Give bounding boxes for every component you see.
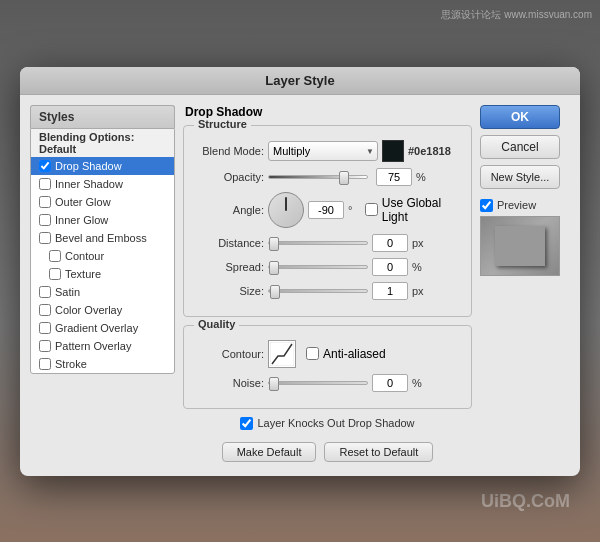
color-overlay-label: Color Overlay: [55, 304, 122, 316]
preview-label-row: Preview: [480, 199, 570, 212]
noise-input[interactable]: [372, 374, 408, 392]
satin-label: Satin: [55, 286, 80, 298]
angle-input[interactable]: [308, 201, 344, 219]
global-light-checkbox[interactable]: [365, 203, 378, 216]
distance-unit: px: [412, 237, 426, 249]
sidebar-item-satin[interactable]: Satin: [31, 283, 174, 301]
layer-knocks-row: Layer Knocks Out Drop Shadow: [183, 417, 472, 430]
distance-row: Distance: px: [194, 234, 461, 252]
drop-shadow-checkbox[interactable]: [39, 160, 51, 172]
anti-aliased-label: Anti-aliased: [323, 347, 386, 361]
sidebar-item-stroke[interactable]: Stroke: [31, 355, 174, 373]
contour-icon: [270, 342, 294, 366]
opacity-label: Opacity:: [194, 171, 264, 183]
stroke-label: Stroke: [55, 358, 87, 370]
opacity-row: Opacity: %: [194, 168, 461, 186]
spread-unit: %: [412, 261, 426, 273]
color-swatch[interactable]: [382, 140, 404, 162]
gradient-overlay-checkbox[interactable]: [39, 322, 51, 334]
spread-input[interactable]: [372, 258, 408, 276]
drop-shadow-title: Drop Shadow: [185, 105, 472, 119]
watermark-top: 思源设计论坛 www.missvuan.com: [441, 8, 592, 22]
preview-section: Preview: [480, 199, 570, 276]
pattern-overlay-label: Pattern Overlay: [55, 340, 131, 352]
inner-shadow-checkbox[interactable]: [39, 178, 51, 190]
blend-mode-select[interactable]: Multiply: [268, 141, 378, 161]
noise-label: Noise:: [194, 377, 264, 389]
size-slider[interactable]: [268, 289, 368, 293]
blending-options-label: Blending Options: Default: [39, 131, 166, 155]
sidebar-item-inner-glow[interactable]: Inner Glow: [31, 211, 174, 229]
make-default-button[interactable]: Make Default: [222, 442, 317, 462]
watermark-bottom: UiBQ.CoM: [481, 491, 570, 512]
sidebar-item-texture[interactable]: Texture: [31, 265, 174, 283]
outer-glow-checkbox[interactable]: [39, 196, 51, 208]
cancel-button[interactable]: Cancel: [480, 135, 560, 159]
distance-thumb[interactable]: [269, 237, 279, 251]
color-overlay-checkbox[interactable]: [39, 304, 51, 316]
dialog-title: Layer Style: [265, 73, 334, 88]
blend-mode-row: Blend Mode: Multiply #0e1818: [194, 140, 461, 162]
angle-unit: °: [348, 204, 361, 216]
styles-list: Blending Options: Default Drop Shadow In…: [30, 128, 175, 374]
layer-knocks-label: Layer Knocks Out Drop Shadow: [257, 417, 414, 429]
layer-knocks-checkbox[interactable]: [240, 417, 253, 430]
sidebar-item-outer-glow[interactable]: Outer Glow: [31, 193, 174, 211]
noise-row: Noise: %: [194, 374, 461, 392]
bevel-emboss-checkbox[interactable]: [39, 232, 51, 244]
satin-checkbox[interactable]: [39, 286, 51, 298]
structure-section: Structure Blend Mode: Multiply #0e1818: [183, 125, 472, 317]
size-input[interactable]: [372, 282, 408, 300]
global-light-row: Use Global Light: [365, 196, 461, 224]
spread-slider[interactable]: [268, 265, 368, 269]
sidebar-item-contour[interactable]: Contour: [31, 247, 174, 265]
outer-glow-label: Outer Glow: [55, 196, 111, 208]
texture-checkbox[interactable]: [49, 268, 61, 280]
sidebar-item-color-overlay[interactable]: Color Overlay: [31, 301, 174, 319]
structure-title: Structure: [194, 118, 251, 130]
pattern-overlay-checkbox[interactable]: [39, 340, 51, 352]
size-thumb[interactable]: [270, 285, 280, 299]
spread-thumb[interactable]: [269, 261, 279, 275]
noise-thumb[interactable]: [269, 377, 279, 391]
contour-label: Contour: [65, 250, 104, 262]
anti-aliased-checkbox[interactable]: [306, 347, 319, 360]
distance-slider[interactable]: [268, 241, 368, 245]
angle-dial[interactable]: [268, 192, 304, 228]
reset-default-button[interactable]: Reset to Default: [324, 442, 433, 462]
sidebar-item-blending-options[interactable]: Blending Options: Default: [31, 129, 174, 157]
angle-row: Angle: ° Use Global Light: [194, 192, 461, 228]
ok-button[interactable]: OK: [480, 105, 560, 129]
sidebar-item-inner-shadow[interactable]: Inner Shadow: [31, 175, 174, 193]
stroke-checkbox[interactable]: [39, 358, 51, 370]
styles-header: Styles: [30, 105, 175, 128]
opacity-slider[interactable]: [268, 175, 368, 179]
dialog-titlebar: Layer Style: [20, 67, 580, 95]
preview-inner: [495, 226, 545, 266]
bevel-emboss-label: Bevel and Emboss: [55, 232, 147, 244]
new-style-button[interactable]: New Style...: [480, 165, 560, 189]
opacity-input[interactable]: [376, 168, 412, 186]
anti-aliased-row: Anti-aliased: [306, 347, 386, 361]
contour-checkbox[interactable]: [49, 250, 61, 262]
sidebar-item-pattern-overlay[interactable]: Pattern Overlay: [31, 337, 174, 355]
angle-label: Angle:: [194, 204, 264, 216]
contour-label: Contour:: [194, 348, 264, 360]
inner-glow-checkbox[interactable]: [39, 214, 51, 226]
sidebar-item-bevel-emboss[interactable]: Bevel and Emboss: [31, 229, 174, 247]
spread-label: Spread:: [194, 261, 264, 273]
size-unit: px: [412, 285, 426, 297]
quality-title: Quality: [194, 318, 239, 330]
center-panel: Drop Shadow Structure Blend Mode: Multip…: [183, 105, 472, 466]
texture-label: Texture: [65, 268, 101, 280]
sidebar-item-gradient-overlay[interactable]: Gradient Overlay: [31, 319, 174, 337]
preview-box: [480, 216, 560, 276]
opacity-unit: %: [416, 171, 430, 183]
left-panel: Styles Blending Options: Default Drop Sh…: [30, 105, 175, 466]
preview-checkbox[interactable]: [480, 199, 493, 212]
contour-thumbnail[interactable]: [268, 340, 296, 368]
opacity-thumb[interactable]: [339, 171, 349, 185]
noise-slider[interactable]: [268, 381, 368, 385]
sidebar-item-drop-shadow[interactable]: Drop Shadow: [31, 157, 174, 175]
distance-input[interactable]: [372, 234, 408, 252]
